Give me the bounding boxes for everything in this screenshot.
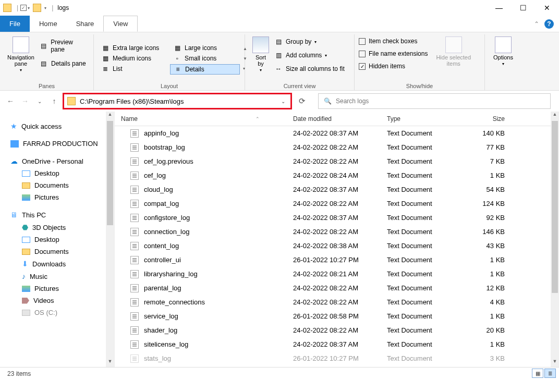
file-row[interactable]: shader_log24-02-2022 08:22 AMText Docume… (115, 323, 559, 337)
file-row[interactable]: content_log24-02-2022 08:38 AMText Docum… (115, 239, 559, 253)
scroll-up-icon[interactable]: ▲ (551, 112, 559, 120)
qat-dropdown-icon[interactable]: ▾ (44, 6, 46, 10)
up-button[interactable]: ↑ (48, 95, 60, 107)
file-row[interactable]: bootstrap_log24-02-2022 08:22 AMText Doc… (115, 140, 559, 154)
layout-large[interactable]: ▦Large icons (170, 43, 240, 53)
sidebar-3d-objects[interactable]: ⬣3D Objects (0, 221, 114, 234)
main: ★Quick access FARRAD PRODUCTION ☁OneDriv… (0, 112, 559, 367)
file-row[interactable]: cef_log24-02-2022 08:24 AMText Document1… (115, 168, 559, 182)
sidebar-quick-access[interactable]: ★Quick access (0, 120, 114, 132)
tab-home[interactable]: Home (30, 16, 67, 32)
tab-share[interactable]: Share (67, 16, 104, 32)
scroll-down-icon[interactable]: ▼ (551, 359, 559, 367)
file-row[interactable]: librarysharing_log24-02-2022 08:21 AMTex… (115, 267, 559, 281)
view-details-button[interactable]: ≣ (544, 369, 556, 378)
layout-icon: ▦ (101, 54, 110, 63)
tab-view[interactable]: View (103, 16, 138, 32)
text-file-icon (130, 228, 139, 236)
maximize-button[interactable]: ☐ (511, 0, 535, 16)
sidebar-onedrive[interactable]: ☁OneDrive - Personal (0, 155, 114, 167)
sidebar-od-documents[interactable]: Documents (0, 179, 114, 191)
col-name[interactable]: Name⌃ (115, 115, 287, 123)
group-by-button[interactable]: ▤Group by▾ (272, 36, 347, 47)
scrollbar-thumb[interactable] (107, 121, 113, 225)
layout-details[interactable]: ≡Details (170, 64, 240, 75)
file-date: 24-02-2022 08:22 AM (287, 143, 381, 151)
sidebar-this-pc[interactable]: 🖥This PC (0, 209, 114, 221)
recent-dropdown[interactable]: ⌄ (33, 95, 46, 107)
col-date[interactable]: Date modified (287, 115, 381, 123)
view-thumbnails-button[interactable]: ▦ (532, 369, 543, 378)
back-button[interactable]: ← (4, 95, 17, 107)
size-columns-button[interactable]: ↔Size all columns to fit (272, 64, 347, 74)
sidebar-desktop[interactable]: Desktop (0, 234, 114, 246)
options-button[interactable]: Options ▾ (490, 34, 516, 68)
sidebar-os-drive[interactable]: OS (C:) (0, 307, 114, 318)
content-scrollbar[interactable]: ▲ ▼ (551, 112, 559, 367)
sidebar-downloads[interactable]: ⬇Downloads (0, 258, 114, 270)
file-row[interactable]: controller_ui26-01-2022 10:27 PMText Doc… (115, 253, 559, 267)
file-row[interactable]: cef_log.previous24-02-2022 08:22 AMText … (115, 154, 559, 168)
add-columns-button[interactable]: ▥Add columns▾ (272, 50, 347, 60)
search-box[interactable]: 🔍 Search logs (318, 93, 551, 109)
qat-checkbox-icon[interactable]: ✓ (20, 5, 27, 11)
layout-list[interactable]: ≣List (98, 64, 168, 74)
group-icon: ▤ (274, 38, 283, 46)
address-input[interactable] (80, 97, 279, 105)
refresh-button[interactable]: ⟳ (294, 96, 310, 106)
file-row[interactable]: cloud_log24-02-2022 08:37 AMText Documen… (115, 182, 559, 197)
layout-extra-large[interactable]: ▦Extra large icons (98, 43, 168, 53)
file-type: Text Document (381, 228, 459, 236)
file-type: Text Document (381, 312, 459, 320)
minimize-button[interactable]: — (487, 0, 511, 16)
address-dropdown-icon[interactable]: ⌄ (279, 99, 287, 104)
qat-dropdown-icon[interactable]: ▾ (28, 6, 30, 10)
layout-small[interactable]: ▫Small icons (170, 54, 240, 63)
file-row[interactable]: connection_log24-02-2022 08:22 AMText Do… (115, 225, 559, 239)
item-checkboxes-toggle[interactable]: Item check boxes (359, 36, 428, 46)
ribbon-collapse-icon[interactable]: ⌃ (534, 20, 539, 28)
file-extensions-toggle[interactable]: File name extensions (359, 49, 428, 58)
file-name: bootstrap_log (144, 143, 185, 151)
file-row[interactable]: parental_log24-02-2022 08:22 AMText Docu… (115, 281, 559, 295)
file-row[interactable]: compat_log24-02-2022 08:22 AMText Docume… (115, 197, 559, 211)
file-row[interactable]: configstore_log24-02-2022 08:37 AMText D… (115, 211, 559, 225)
scroll-up-icon[interactable]: ▲ (106, 112, 114, 120)
layout-medium[interactable]: ▦Medium icons (98, 54, 168, 63)
hidden-items-toggle[interactable]: ✓Hidden items (359, 62, 428, 71)
hide-selected-button[interactable]: Hide selected items (433, 34, 474, 69)
checkbox-checked-icon: ✓ (359, 63, 366, 70)
preview-pane-button[interactable]: ▤Preview pane (38, 38, 89, 54)
close-button[interactable]: ✕ (535, 0, 559, 16)
scroll-down-icon[interactable]: ▼ (106, 359, 114, 367)
file-row[interactable]: sitelicense_log24-02-2022 08:37 AMText D… (115, 337, 559, 351)
details-pane-button[interactable]: ▤Details pane (38, 58, 89, 69)
file-row[interactable]: appinfo_log24-02-2022 08:37 AMText Docum… (115, 126, 559, 140)
chevron-down-icon: ▾ (502, 62, 504, 66)
help-icon[interactable]: ? (544, 19, 554, 29)
sidebar-farrad[interactable]: FARRAD PRODUCTION (0, 138, 114, 150)
file-row[interactable]: remote_connections24-02-2022 08:22 AMTex… (115, 295, 559, 309)
sidebar-od-pictures[interactable]: Pictures (0, 191, 114, 203)
sidebar-music[interactable]: ♪Music (0, 270, 114, 283)
file-row[interactable]: stats_log26-01-2022 10:27 PMText Documen… (115, 351, 559, 365)
col-size[interactable]: Size (459, 115, 511, 123)
file-size: 1 KB (459, 340, 511, 348)
file-menu[interactable]: File (0, 16, 30, 32)
scrollbar-thumb[interactable] (552, 121, 558, 293)
sidebar-pictures[interactable]: Pictures (0, 283, 114, 295)
file-type: Text Document (381, 143, 459, 151)
navigation-pane-button[interactable]: Navigation pane ▾ (4, 34, 38, 75)
sort-by-button[interactable]: Sort by ▾ (249, 34, 272, 75)
forward-button[interactable]: → (19, 95, 31, 107)
sidebar-od-desktop[interactable]: Desktop (0, 167, 114, 179)
sidebar-documents[interactable]: Documents (0, 246, 114, 258)
file-row[interactable]: service_log26-01-2022 08:58 PMText Docum… (115, 309, 559, 323)
drive-icon (10, 140, 19, 148)
file-date: 26-01-2022 08:58 PM (287, 312, 381, 320)
sidebar-videos[interactable]: Videos (0, 295, 114, 307)
sidebar-scrollbar[interactable]: ▲ ▼ (106, 112, 114, 367)
file-size: 124 KB (459, 200, 511, 207)
col-type[interactable]: Type (381, 115, 459, 123)
address-bar[interactable]: ⌄ (63, 93, 292, 109)
